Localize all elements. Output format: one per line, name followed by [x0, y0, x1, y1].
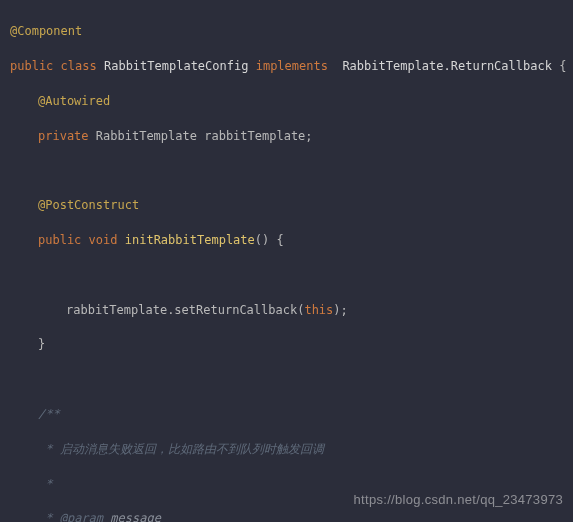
comment-line: * @param message: [10, 510, 573, 522]
code-block: @Component public class RabbitTemplateCo…: [0, 0, 573, 522]
code-line: @PostConstruct: [10, 197, 573, 214]
code-line: @Autowired: [10, 93, 573, 110]
comment-line: * 启动消息失败返回，比如路由不到队列时触发回调: [10, 441, 573, 458]
code-line: public class RabbitTemplateConfig implem…: [10, 58, 573, 75]
comment-line: /**: [10, 406, 573, 423]
annotation: @Component: [10, 24, 82, 38]
code-line: private RabbitTemplate rabbitTemplate;: [10, 128, 573, 145]
code-line: }: [10, 336, 573, 353]
code-line: public void initRabbitTemplate() {: [10, 232, 573, 249]
blank-line: [10, 371, 573, 388]
comment-line: *: [10, 476, 573, 493]
blank-line: [10, 267, 573, 284]
code-line: rabbitTemplate.setReturnCallback(this);: [10, 302, 573, 319]
blank-line: [10, 163, 573, 180]
code-line: @Component: [10, 23, 573, 40]
